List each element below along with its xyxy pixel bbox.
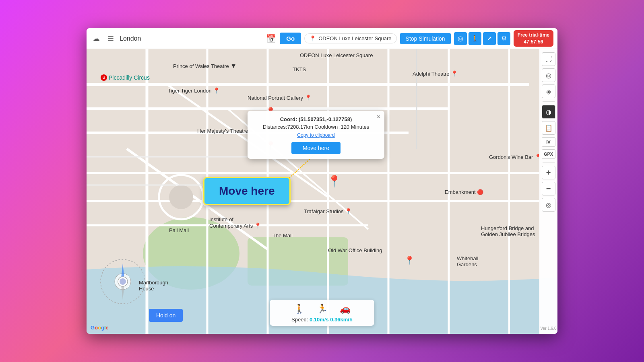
copy-to-clipboard-link[interactable]: Copy to clipboard xyxy=(254,132,378,138)
iv-button[interactable]: IV xyxy=(542,137,555,147)
arrow-icon-btn[interactable]: ↗ xyxy=(483,32,496,45)
top-bar-icons: ◎ 🚶 ↗ ⚙ xyxy=(454,32,510,45)
stop-simulation-button[interactable]: Stop Simulation xyxy=(400,33,451,44)
contrast-button[interactable]: ◑ xyxy=(542,105,555,119)
settings-icon-btn[interactable]: ⚙ xyxy=(497,32,510,45)
walk-speed-icon[interactable]: 🚶 xyxy=(294,304,305,314)
google-logo: Google xyxy=(91,325,109,331)
free-trial-time: 47:57:56 xyxy=(518,39,549,45)
coord-label: Coord: xyxy=(280,116,297,122)
underground-icon: U xyxy=(101,74,107,81)
piccadilly-text: Piccadilly Circus xyxy=(109,74,150,81)
speed-icons: 🚶 🏃 🚗 xyxy=(294,304,351,314)
app-window: ☁ ☰ London 📅 Go 📍 ODEON Luxe Leicester S… xyxy=(87,28,557,334)
free-trial-label: Free trial-time xyxy=(518,32,549,39)
location-chip: 📍 ODEON Luxe Leicester Square xyxy=(304,33,396,43)
zoom-in-button[interactable]: + xyxy=(542,166,555,179)
move-here-big-button[interactable]: Move here xyxy=(203,177,291,205)
target-icon-btn[interactable]: ◎ xyxy=(454,32,467,45)
speed-bar: 🚶 🏃 🚗 Speed: 0.10m/s 0.36km/h xyxy=(270,300,374,326)
notes-button[interactable]: 📋 xyxy=(542,121,555,135)
coord-value: (51.507351,-0.127758) xyxy=(299,116,352,122)
go-button[interactable]: Go xyxy=(280,33,301,44)
calendar-icon[interactable]: 📅 xyxy=(265,33,277,44)
popup-coordinates: Coord: (51.507351,-0.127758) xyxy=(254,116,378,122)
fullscreen-button[interactable]: ⛶ xyxy=(542,52,555,66)
target-button[interactable]: ◎ xyxy=(542,68,555,82)
popup-close-button[interactable]: × xyxy=(377,114,380,120)
toolbar-divider-1 xyxy=(543,101,555,102)
compass-svg xyxy=(99,257,147,306)
walk-icon-btn[interactable]: 🚶 xyxy=(469,32,481,45)
city-name: London xyxy=(120,35,141,42)
version-label: Ver 1.6.0 xyxy=(540,326,556,331)
piccadilly-circus-label: U Piccadilly Circus xyxy=(101,74,150,81)
car-speed-icon[interactable]: 🚗 xyxy=(340,304,351,314)
locate-button[interactable]: ◎ xyxy=(542,198,555,212)
cloud-icon[interactable]: ☁ xyxy=(91,33,102,44)
red-pin-marker: 📍 xyxy=(327,175,341,188)
layer-button[interactable]: ◈ xyxy=(542,84,555,98)
right-toolbar: ⛶ ◎ ◈ ◑ 📋 IV GPX + − ◎ Ver 1.6.0 xyxy=(539,49,557,334)
svg-point-32 xyxy=(120,278,126,285)
free-trial-badge: Free trial-time 47:57:56 xyxy=(514,30,553,47)
yellow-marker: 📍 xyxy=(405,255,415,265)
popup-distances: Distances:7208.17km Cooldown :120 Minute… xyxy=(254,124,378,130)
map-background xyxy=(87,28,557,334)
toolbar-divider-2 xyxy=(543,162,555,162)
run-speed-icon[interactable]: 🏃 xyxy=(317,304,328,314)
top-bar: ☁ ☰ London 📅 Go 📍 ODEON Luxe Leicester S… xyxy=(87,28,557,49)
speed-text: Speed: 0.10m/s 0.36km/h xyxy=(291,317,353,323)
list-icon[interactable]: ☰ xyxy=(105,33,116,44)
zoom-out-button[interactable]: − xyxy=(542,182,555,195)
hold-on-button[interactable]: Hold on xyxy=(149,309,183,322)
map-pin-icon: 📍 xyxy=(310,35,316,41)
popup-move-here-button[interactable]: Move here xyxy=(291,142,341,154)
compass-area xyxy=(99,257,147,306)
svg-point-20 xyxy=(169,185,193,209)
gpx-button[interactable]: GPX xyxy=(542,149,555,159)
location-name: ODEON Luxe Leicester Square xyxy=(318,35,391,41)
info-popup: × Coord: (51.507351,-0.127758) Distances… xyxy=(248,111,384,159)
